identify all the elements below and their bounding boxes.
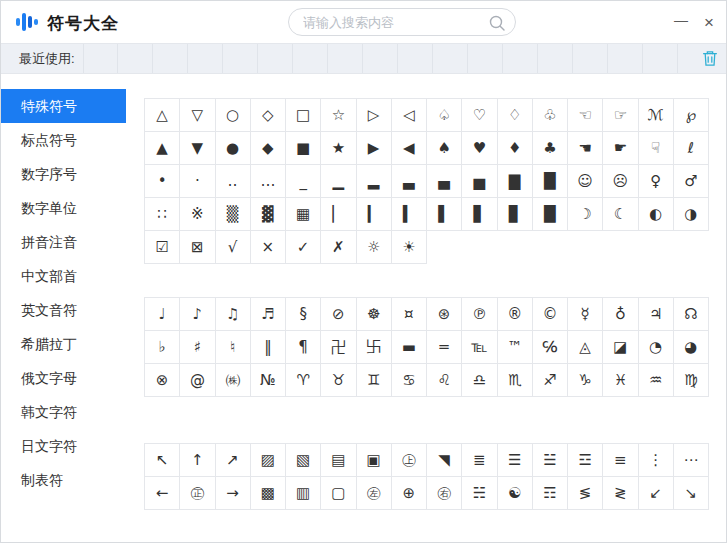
symbol-cell[interactable]: ⋯ bbox=[674, 444, 709, 477]
symbol-cell[interactable]: ↙ bbox=[639, 477, 674, 510]
symbol-cell[interactable]: → bbox=[216, 477, 251, 510]
symbol-cell[interactable]: ☚ bbox=[568, 132, 603, 165]
symbol-cell[interactable]: ▅ bbox=[462, 165, 497, 198]
symbol-cell[interactable]: ☼ bbox=[357, 231, 392, 264]
symbol-cell[interactable]: ♑ bbox=[568, 364, 603, 397]
symbol-cell[interactable]: ☲ bbox=[568, 444, 603, 477]
symbol-cell[interactable]: ▨ bbox=[251, 444, 286, 477]
symbol-cell[interactable]: ▄ bbox=[427, 165, 462, 198]
symbol-cell[interactable]: ☀ bbox=[392, 231, 427, 264]
symbol-cell[interactable]: ≷ bbox=[603, 477, 638, 510]
symbol-cell[interactable]: ™ bbox=[498, 331, 533, 364]
symbol-cell[interactable]: ▢ bbox=[321, 477, 356, 510]
sidebar-item-6[interactable]: 中文部首 bbox=[1, 259, 126, 293]
symbol-cell[interactable]: ☛ bbox=[603, 132, 638, 165]
symbol-cell[interactable]: ▬ bbox=[392, 331, 427, 364]
symbol-cell[interactable]: ▌ bbox=[427, 198, 462, 231]
close-button[interactable]: × bbox=[704, 14, 714, 31]
symbol-cell[interactable]: ♦ bbox=[498, 132, 533, 165]
symbol-cell[interactable]: √ bbox=[216, 231, 251, 264]
symbol-cell[interactable]: ▼ bbox=[180, 132, 215, 165]
symbol-cell[interactable]: ● bbox=[216, 132, 251, 165]
symbol-cell[interactable]: ☟ bbox=[639, 132, 674, 165]
symbol-cell[interactable]: ♭ bbox=[145, 331, 180, 364]
symbol-cell[interactable]: █ bbox=[533, 165, 568, 198]
sidebar-item-9[interactable]: 俄文字母 bbox=[1, 361, 126, 395]
symbol-cell[interactable]: ▎ bbox=[357, 198, 392, 231]
symbol-cell[interactable]: • bbox=[145, 165, 180, 198]
symbol-cell[interactable]: § bbox=[286, 298, 321, 331]
symbol-cell[interactable]: ◀ bbox=[392, 132, 427, 165]
symbol-cell[interactable]: ✗ bbox=[321, 231, 356, 264]
symbol-cell[interactable]: ◔ bbox=[639, 331, 674, 364]
symbol-cell[interactable]: ㈱ bbox=[216, 364, 251, 397]
symbol-cell[interactable]: ☊ bbox=[674, 298, 709, 331]
symbol-cell[interactable]: ♤ bbox=[427, 99, 462, 132]
symbol-cell[interactable]: ☾ bbox=[603, 198, 638, 231]
search-box[interactable] bbox=[288, 8, 516, 36]
symbol-cell[interactable]: ◬ bbox=[568, 331, 603, 364]
symbol-cell[interactable]: ☸ bbox=[357, 298, 392, 331]
symbol-cell[interactable]: ☽ bbox=[568, 198, 603, 231]
symbol-cell[interactable]: □ bbox=[286, 99, 321, 132]
symbol-cell[interactable]: ⊠ bbox=[180, 231, 215, 264]
symbol-cell[interactable]: ♢ bbox=[498, 99, 533, 132]
symbol-cell[interactable]: ▥ bbox=[286, 477, 321, 510]
symbol-cell[interactable]: ☵ bbox=[462, 477, 497, 510]
symbol-cell[interactable]: ▲ bbox=[145, 132, 180, 165]
sidebar-item-2[interactable]: 标点符号 bbox=[1, 123, 126, 157]
symbol-cell[interactable]: ㊧ bbox=[357, 477, 392, 510]
symbol-cell[interactable]: ♮ bbox=[216, 331, 251, 364]
symbol-cell[interactable]: ▂ bbox=[357, 165, 392, 198]
symbol-cell[interactable]: ℘ bbox=[674, 99, 709, 132]
symbol-cell[interactable]: ▇ bbox=[498, 165, 533, 198]
symbol-cell[interactable]: ☯ bbox=[498, 477, 533, 510]
symbol-cell[interactable]: … bbox=[251, 165, 286, 198]
sidebar-item-12[interactable]: 制表符 bbox=[1, 463, 126, 497]
sidebar-item-7[interactable]: 英文音符 bbox=[1, 293, 126, 327]
symbol-cell[interactable]: ▶ bbox=[357, 132, 392, 165]
sidebar-item-3[interactable]: 数字序号 bbox=[1, 157, 126, 191]
symbol-cell[interactable]: ▋ bbox=[462, 198, 497, 231]
symbol-cell[interactable]: ≡ bbox=[603, 444, 638, 477]
minimize-button[interactable]: — bbox=[674, 13, 688, 27]
symbol-cell[interactable]: № bbox=[251, 364, 286, 397]
symbol-cell[interactable]: ℡ bbox=[462, 331, 497, 364]
symbol-cell[interactable]: ♬ bbox=[251, 298, 286, 331]
search-input[interactable] bbox=[303, 10, 481, 34]
symbol-cell[interactable]: ㊣ bbox=[180, 477, 215, 510]
symbol-cell[interactable]: ⊗ bbox=[145, 364, 180, 397]
symbol-cell[interactable]: ♩ bbox=[145, 298, 180, 331]
symbol-cell[interactable]: ♌ bbox=[427, 364, 462, 397]
symbol-cell[interactable]: ≣ bbox=[462, 444, 497, 477]
symbol-cell[interactable]: ♃ bbox=[639, 298, 674, 331]
symbol-cell[interactable]: ◇ bbox=[251, 99, 286, 132]
symbol-cell[interactable]: ♍ bbox=[674, 364, 709, 397]
symbol-cell[interactable]: ⊕ bbox=[392, 477, 427, 510]
symbol-cell[interactable]: _ bbox=[286, 165, 321, 198]
symbol-cell[interactable]: ◐ bbox=[639, 198, 674, 231]
symbol-cell[interactable]: ☑ bbox=[145, 231, 180, 264]
symbol-cell[interactable]: █ bbox=[533, 198, 568, 231]
symbol-cell[interactable]: ▧ bbox=[286, 444, 321, 477]
symbol-cell[interactable]: ○ bbox=[216, 99, 251, 132]
symbol-cell[interactable]: ☰ bbox=[498, 444, 533, 477]
symbol-cell[interactable]: ☿ bbox=[568, 298, 603, 331]
symbol-cell[interactable]: ♠ bbox=[427, 132, 462, 165]
symbol-cell[interactable]: ℅ bbox=[533, 331, 568, 364]
symbol-cell[interactable]: ℳ bbox=[639, 99, 674, 132]
symbol-cell[interactable]: ▷ bbox=[357, 99, 392, 132]
symbol-cell[interactable]: ⊛ bbox=[427, 298, 462, 331]
symbol-cell[interactable]: ↘ bbox=[674, 477, 709, 510]
sidebar-item-1[interactable]: 特殊符号 bbox=[1, 89, 126, 123]
symbol-cell[interactable]: ♫ bbox=[216, 298, 251, 331]
search-icon[interactable] bbox=[488, 14, 506, 32]
symbol-cell[interactable]: 卐 bbox=[357, 331, 392, 364]
symbol-cell[interactable]: ♁ bbox=[603, 298, 638, 331]
symbol-cell[interactable]: ◪ bbox=[603, 331, 638, 364]
symbol-cell[interactable]: ¤ bbox=[392, 298, 427, 331]
symbol-cell[interactable]: ♂ bbox=[674, 165, 709, 198]
symbol-cell[interactable]: 卍 bbox=[321, 331, 356, 364]
symbol-cell[interactable]: @ bbox=[180, 364, 215, 397]
sidebar-item-5[interactable]: 拼音注音 bbox=[1, 225, 126, 259]
